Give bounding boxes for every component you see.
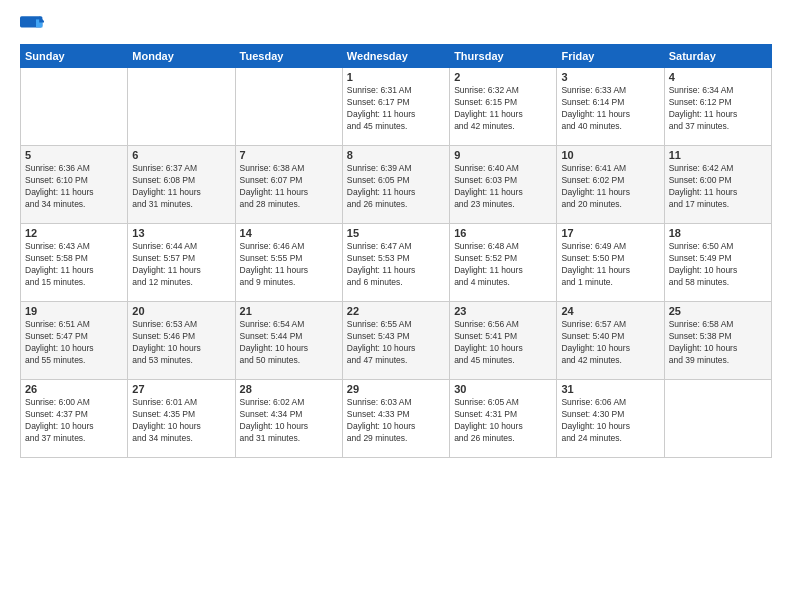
day-info: Sunrise: 6:34 AM Sunset: 6:12 PM Dayligh… [669, 85, 767, 133]
day-number: 7 [240, 149, 338, 161]
weekday-header-tuesday: Tuesday [235, 45, 342, 68]
calendar-cell: 22Sunrise: 6:55 AM Sunset: 5:43 PM Dayli… [342, 302, 449, 380]
day-info: Sunrise: 6:55 AM Sunset: 5:43 PM Dayligh… [347, 319, 445, 367]
calendar-cell: 16Sunrise: 6:48 AM Sunset: 5:52 PM Dayli… [450, 224, 557, 302]
day-info: Sunrise: 6:53 AM Sunset: 5:46 PM Dayligh… [132, 319, 230, 367]
day-number: 22 [347, 305, 445, 317]
calendar-cell: 2Sunrise: 6:32 AM Sunset: 6:15 PM Daylig… [450, 68, 557, 146]
calendar-cell: 30Sunrise: 6:05 AM Sunset: 4:31 PM Dayli… [450, 380, 557, 458]
calendar-cell [235, 68, 342, 146]
calendar-cell: 11Sunrise: 6:42 AM Sunset: 6:00 PM Dayli… [664, 146, 771, 224]
day-number: 11 [669, 149, 767, 161]
calendar-cell: 5Sunrise: 6:36 AM Sunset: 6:10 PM Daylig… [21, 146, 128, 224]
day-number: 16 [454, 227, 552, 239]
calendar-cell: 8Sunrise: 6:39 AM Sunset: 6:05 PM Daylig… [342, 146, 449, 224]
day-number: 31 [561, 383, 659, 395]
day-number: 9 [454, 149, 552, 161]
day-number: 8 [347, 149, 445, 161]
calendar-cell [128, 68, 235, 146]
week-row-2: 5Sunrise: 6:36 AM Sunset: 6:10 PM Daylig… [21, 146, 772, 224]
week-row-5: 26Sunrise: 6:00 AM Sunset: 4:37 PM Dayli… [21, 380, 772, 458]
weekday-header-saturday: Saturday [664, 45, 771, 68]
calendar-cell: 17Sunrise: 6:49 AM Sunset: 5:50 PM Dayli… [557, 224, 664, 302]
day-info: Sunrise: 6:43 AM Sunset: 5:58 PM Dayligh… [25, 241, 123, 289]
calendar-cell: 9Sunrise: 6:40 AM Sunset: 6:03 PM Daylig… [450, 146, 557, 224]
day-number: 29 [347, 383, 445, 395]
day-info: Sunrise: 6:44 AM Sunset: 5:57 PM Dayligh… [132, 241, 230, 289]
calendar-cell: 24Sunrise: 6:57 AM Sunset: 5:40 PM Dayli… [557, 302, 664, 380]
calendar-cell: 26Sunrise: 6:00 AM Sunset: 4:37 PM Dayli… [21, 380, 128, 458]
day-info: Sunrise: 6:41 AM Sunset: 6:02 PM Dayligh… [561, 163, 659, 211]
day-number: 30 [454, 383, 552, 395]
day-info: Sunrise: 6:57 AM Sunset: 5:40 PM Dayligh… [561, 319, 659, 367]
day-number: 6 [132, 149, 230, 161]
weekday-header-friday: Friday [557, 45, 664, 68]
day-number: 10 [561, 149, 659, 161]
day-number: 18 [669, 227, 767, 239]
calendar-table: SundayMondayTuesdayWednesdayThursdayFrid… [20, 44, 772, 458]
day-info: Sunrise: 6:47 AM Sunset: 5:53 PM Dayligh… [347, 241, 445, 289]
day-info: Sunrise: 6:50 AM Sunset: 5:49 PM Dayligh… [669, 241, 767, 289]
day-info: Sunrise: 6:54 AM Sunset: 5:44 PM Dayligh… [240, 319, 338, 367]
day-info: Sunrise: 6:01 AM Sunset: 4:35 PM Dayligh… [132, 397, 230, 445]
calendar-cell [21, 68, 128, 146]
day-info: Sunrise: 6:48 AM Sunset: 5:52 PM Dayligh… [454, 241, 552, 289]
day-info: Sunrise: 6:58 AM Sunset: 5:38 PM Dayligh… [669, 319, 767, 367]
week-row-4: 19Sunrise: 6:51 AM Sunset: 5:47 PM Dayli… [21, 302, 772, 380]
weekday-header-monday: Monday [128, 45, 235, 68]
weekday-header-wednesday: Wednesday [342, 45, 449, 68]
calendar-cell: 28Sunrise: 6:02 AM Sunset: 4:34 PM Dayli… [235, 380, 342, 458]
day-info: Sunrise: 6:38 AM Sunset: 6:07 PM Dayligh… [240, 163, 338, 211]
day-info: Sunrise: 6:37 AM Sunset: 6:08 PM Dayligh… [132, 163, 230, 211]
calendar-cell: 7Sunrise: 6:38 AM Sunset: 6:07 PM Daylig… [235, 146, 342, 224]
calendar-cell: 14Sunrise: 6:46 AM Sunset: 5:55 PM Dayli… [235, 224, 342, 302]
day-number: 2 [454, 71, 552, 83]
day-info: Sunrise: 6:51 AM Sunset: 5:47 PM Dayligh… [25, 319, 123, 367]
day-info: Sunrise: 6:32 AM Sunset: 6:15 PM Dayligh… [454, 85, 552, 133]
day-number: 28 [240, 383, 338, 395]
calendar-cell: 18Sunrise: 6:50 AM Sunset: 5:49 PM Dayli… [664, 224, 771, 302]
day-info: Sunrise: 6:02 AM Sunset: 4:34 PM Dayligh… [240, 397, 338, 445]
day-number: 26 [25, 383, 123, 395]
day-info: Sunrise: 6:03 AM Sunset: 4:33 PM Dayligh… [347, 397, 445, 445]
day-info: Sunrise: 6:56 AM Sunset: 5:41 PM Dayligh… [454, 319, 552, 367]
day-info: Sunrise: 6:36 AM Sunset: 6:10 PM Dayligh… [25, 163, 123, 211]
logo-icon [20, 16, 44, 34]
day-info: Sunrise: 6:33 AM Sunset: 6:14 PM Dayligh… [561, 85, 659, 133]
calendar-cell: 23Sunrise: 6:56 AM Sunset: 5:41 PM Dayli… [450, 302, 557, 380]
header [20, 16, 772, 34]
day-number: 23 [454, 305, 552, 317]
calendar-cell: 27Sunrise: 6:01 AM Sunset: 4:35 PM Dayli… [128, 380, 235, 458]
calendar-cell: 25Sunrise: 6:58 AM Sunset: 5:38 PM Dayli… [664, 302, 771, 380]
calendar-cell: 3Sunrise: 6:33 AM Sunset: 6:14 PM Daylig… [557, 68, 664, 146]
day-number: 21 [240, 305, 338, 317]
calendar-cell: 29Sunrise: 6:03 AM Sunset: 4:33 PM Dayli… [342, 380, 449, 458]
day-number: 20 [132, 305, 230, 317]
calendar-cell: 10Sunrise: 6:41 AM Sunset: 6:02 PM Dayli… [557, 146, 664, 224]
day-number: 27 [132, 383, 230, 395]
day-info: Sunrise: 6:49 AM Sunset: 5:50 PM Dayligh… [561, 241, 659, 289]
day-number: 14 [240, 227, 338, 239]
calendar-cell: 19Sunrise: 6:51 AM Sunset: 5:47 PM Dayli… [21, 302, 128, 380]
day-number: 4 [669, 71, 767, 83]
calendar-cell: 15Sunrise: 6:47 AM Sunset: 5:53 PM Dayli… [342, 224, 449, 302]
day-number: 24 [561, 305, 659, 317]
calendar-cell: 31Sunrise: 6:06 AM Sunset: 4:30 PM Dayli… [557, 380, 664, 458]
day-number: 1 [347, 71, 445, 83]
day-info: Sunrise: 6:31 AM Sunset: 6:17 PM Dayligh… [347, 85, 445, 133]
logo [20, 16, 48, 34]
day-number: 5 [25, 149, 123, 161]
day-number: 12 [25, 227, 123, 239]
day-info: Sunrise: 6:06 AM Sunset: 4:30 PM Dayligh… [561, 397, 659, 445]
calendar-cell: 21Sunrise: 6:54 AM Sunset: 5:44 PM Dayli… [235, 302, 342, 380]
weekday-header-row: SundayMondayTuesdayWednesdayThursdayFrid… [21, 45, 772, 68]
calendar-cell: 13Sunrise: 6:44 AM Sunset: 5:57 PM Dayli… [128, 224, 235, 302]
day-number: 17 [561, 227, 659, 239]
day-info: Sunrise: 6:00 AM Sunset: 4:37 PM Dayligh… [25, 397, 123, 445]
day-number: 3 [561, 71, 659, 83]
day-number: 13 [132, 227, 230, 239]
calendar-cell: 12Sunrise: 6:43 AM Sunset: 5:58 PM Dayli… [21, 224, 128, 302]
day-number: 15 [347, 227, 445, 239]
calendar-container: SundayMondayTuesdayWednesdayThursdayFrid… [0, 0, 792, 468]
day-info: Sunrise: 6:42 AM Sunset: 6:00 PM Dayligh… [669, 163, 767, 211]
